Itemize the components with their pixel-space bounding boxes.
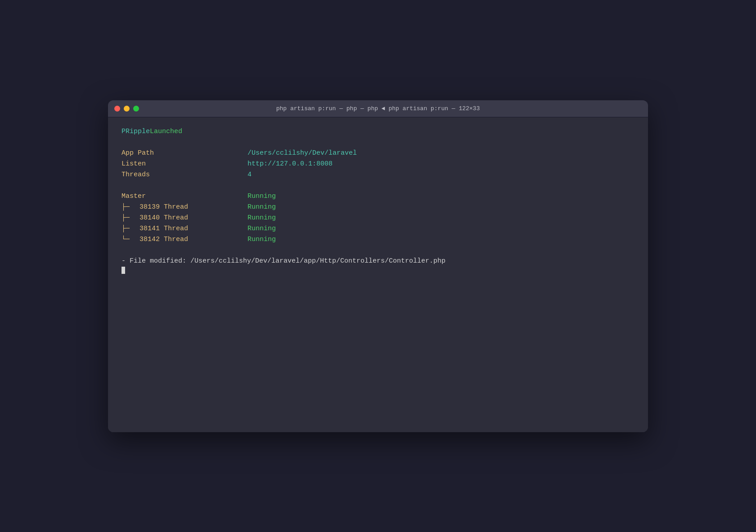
- traffic-lights: [114, 106, 139, 112]
- window-title: php artisan p:run — php — php ◄ php arti…: [276, 105, 480, 112]
- terminal-window: php artisan p:run — php — php ◄ php arti…: [108, 100, 648, 432]
- thread-id: 38142 Thread: [140, 234, 248, 245]
- app-path-row: App Path /Users/cclilshy/Dev/laravel: [122, 148, 634, 159]
- thread-row: └─38142 ThreadRunning: [122, 234, 634, 245]
- threads-label: Threads: [122, 170, 248, 180]
- file-modified-text: - File modified: /Users/cclilshy/Dev/lar…: [122, 256, 446, 267]
- thread-id: 38139 Thread: [140, 202, 248, 213]
- launched-line: PRipple Launched: [122, 126, 634, 137]
- thread-prefix: ├─: [122, 213, 140, 224]
- thread-row: ├─38140 ThreadRunning: [122, 213, 634, 224]
- listen-value: http://127.0.0.1:8008: [248, 159, 333, 170]
- master-label: Master: [122, 191, 248, 202]
- brand-name: PRipple: [122, 126, 150, 137]
- thread-prefix: ├─: [122, 224, 140, 234]
- titlebar: php artisan p:run — php — php ◄ php arti…: [108, 100, 648, 117]
- close-button[interactable]: [114, 106, 120, 112]
- file-modified-line: - File modified: /Users/cclilshy/Dev/lar…: [122, 256, 634, 267]
- spacer-2: [122, 180, 634, 191]
- minimize-button[interactable]: [124, 106, 130, 112]
- thread-row: ├─38139 ThreadRunning: [122, 202, 634, 213]
- app-path-label: App Path: [122, 148, 248, 159]
- launched-text: Launched: [150, 126, 182, 137]
- listen-row: Listen http://127.0.0.1:8008: [122, 159, 634, 170]
- thread-status: Running: [248, 224, 276, 234]
- listen-label: Listen: [122, 159, 248, 170]
- terminal-body[interactable]: PRipple Launched App Path /Users/cclilsh…: [108, 117, 648, 432]
- thread-prefix: └─: [122, 234, 140, 245]
- app-path-value: /Users/cclilshy/Dev/laravel: [248, 148, 357, 159]
- master-status: Running: [248, 191, 276, 202]
- thread-status: Running: [248, 213, 276, 224]
- thread-row: ├─38141 ThreadRunning: [122, 224, 634, 234]
- cursor-line: [122, 267, 634, 274]
- maximize-button[interactable]: [133, 106, 139, 112]
- threads-row: Threads 4: [122, 170, 634, 180]
- terminal-cursor: [122, 267, 125, 274]
- thread-id: 38140 Thread: [140, 213, 248, 224]
- spacer-1: [122, 137, 634, 148]
- thread-status: Running: [248, 202, 276, 213]
- thread-id: 38141 Thread: [140, 224, 248, 234]
- master-row: Master Running: [122, 191, 634, 202]
- thread-prefix: ├─: [122, 202, 140, 213]
- spacer-3: [122, 245, 634, 256]
- thread-status: Running: [248, 234, 276, 245]
- thread-list: ├─38139 ThreadRunning├─38140 ThreadRunni…: [122, 202, 634, 245]
- threads-value: 4: [248, 170, 252, 180]
